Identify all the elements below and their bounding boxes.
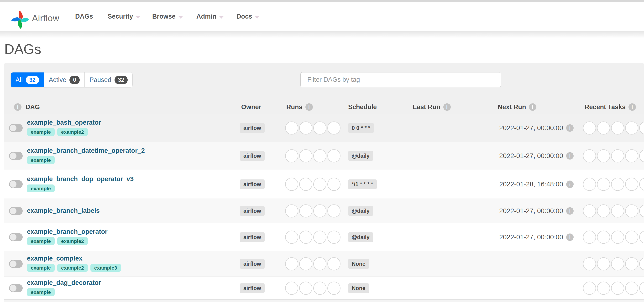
column-header-runs[interactable]: Runsi — [286, 103, 313, 111]
dag-pause-toggle[interactable] — [9, 180, 23, 188]
column-header-owner[interactable]: Owner — [241, 103, 261, 111]
run-status-circle[interactable] — [299, 149, 312, 163]
run-status-circle[interactable] — [327, 121, 340, 134]
recent-task-circle[interactable] — [639, 121, 644, 134]
run-status-circle[interactable] — [285, 231, 298, 244]
run-status-circle[interactable] — [313, 257, 326, 270]
run-status-circle[interactable] — [327, 282, 340, 295]
recent-task-circle[interactable] — [597, 257, 610, 270]
nav-item-dags[interactable]: DAGs — [75, 2, 93, 31]
recent-task-circle[interactable] — [597, 282, 610, 295]
run-status-circle[interactable] — [299, 178, 312, 191]
dag-name-link[interactable]: example_branch_labels — [27, 207, 100, 215]
run-status-circle[interactable] — [313, 205, 326, 218]
run-status-circle[interactable] — [313, 282, 326, 295]
nav-item-security[interactable]: Security — [108, 2, 141, 31]
nav-item-admin[interactable]: Admin — [196, 2, 224, 31]
run-status-circle[interactable] — [285, 121, 298, 134]
column-header-last-run[interactable]: Last Runi — [413, 103, 451, 111]
dag-pause-toggle[interactable] — [9, 207, 23, 215]
run-status-circle[interactable] — [285, 149, 298, 163]
recent-task-circle[interactable] — [583, 257, 596, 270]
run-status-circle[interactable] — [327, 149, 340, 163]
dag-pause-toggle[interactable] — [9, 124, 23, 132]
recent-task-circle[interactable] — [583, 149, 596, 163]
recent-task-circle[interactable] — [611, 257, 624, 270]
column-header-schedule[interactable]: Schedule — [348, 103, 377, 111]
recent-task-circle[interactable] — [625, 149, 638, 163]
nav-item-docs[interactable]: Docs — [236, 2, 260, 31]
recent-task-circle[interactable] — [625, 205, 638, 218]
recent-task-circle[interactable] — [625, 178, 638, 191]
recent-task-circle[interactable] — [639, 282, 644, 295]
recent-task-circle[interactable] — [639, 257, 644, 270]
recent-task-circle[interactable] — [583, 178, 596, 191]
dag-tag[interactable]: example — [27, 185, 55, 192]
run-status-circle[interactable] — [327, 178, 340, 191]
run-status-circle[interactable] — [299, 121, 312, 134]
run-status-circle[interactable] — [313, 231, 326, 244]
dag-name-link[interactable]: example_complex — [27, 255, 82, 262]
run-status-circle[interactable] — [313, 178, 326, 191]
run-status-circle[interactable] — [313, 149, 326, 163]
tab-paused[interactable]: Paused 32 — [84, 72, 132, 87]
dag-tag[interactable]: example2 — [57, 237, 88, 245]
recent-task-circle[interactable] — [611, 121, 624, 134]
dag-pause-toggle[interactable] — [9, 284, 23, 292]
dag-name-link[interactable]: example_bash_operator — [27, 119, 101, 126]
run-status-circle[interactable] — [299, 205, 312, 218]
dag-pause-toggle[interactable] — [9, 233, 23, 241]
run-status-circle[interactable] — [313, 121, 326, 134]
recent-task-circle[interactable] — [611, 231, 624, 244]
run-status-circle[interactable] — [285, 205, 298, 218]
filter-dags-by-tag-input[interactable] — [300, 72, 501, 87]
recent-task-circle[interactable] — [597, 149, 610, 163]
dag-name-link[interactable]: example_branch_dop_operator_v3 — [27, 175, 134, 183]
run-status-circle[interactable] — [299, 257, 312, 270]
recent-task-circle[interactable] — [597, 205, 610, 218]
dag-tag[interactable]: example — [27, 264, 55, 272]
dag-name-link[interactable]: example_dag_decorator — [27, 279, 101, 287]
run-status-circle[interactable] — [285, 257, 298, 270]
recent-task-circle[interactable] — [639, 149, 644, 163]
nav-item-browse[interactable]: Browse — [152, 2, 183, 31]
recent-task-circle[interactable] — [625, 121, 638, 134]
airflow-logo[interactable]: Airflow — [10, 6, 60, 30]
column-header-recent-tasks[interactable]: Recent Tasksi — [584, 103, 636, 111]
recent-task-circle[interactable] — [639, 178, 644, 191]
dag-tag[interactable]: example2 — [57, 264, 88, 272]
tab-active[interactable]: Active 0 — [44, 72, 84, 87]
dag-tag[interactable]: example3 — [90, 264, 121, 272]
dag-name-link[interactable]: example_branch_datetime_operator_2 — [27, 147, 145, 154]
recent-task-circle[interactable] — [625, 257, 638, 270]
column-header-dag[interactable]: DAG — [26, 103, 40, 111]
run-status-circle[interactable] — [285, 282, 298, 295]
tab-all[interactable]: All 32 — [11, 72, 44, 87]
run-status-circle[interactable] — [299, 231, 312, 244]
recent-task-circle[interactable] — [597, 231, 610, 244]
dag-tag[interactable]: example — [27, 156, 55, 164]
run-status-circle[interactable] — [285, 178, 298, 191]
dag-tag[interactable]: example — [27, 128, 55, 136]
recent-task-circle[interactable] — [583, 231, 596, 244]
recent-task-circle[interactable] — [639, 231, 644, 244]
run-status-circle[interactable] — [299, 282, 312, 295]
run-status-circle[interactable] — [327, 257, 340, 270]
dag-tag[interactable]: example — [27, 288, 55, 296]
recent-task-circle[interactable] — [639, 205, 644, 218]
recent-task-circle[interactable] — [611, 178, 624, 191]
run-status-circle[interactable] — [327, 231, 340, 244]
recent-task-circle[interactable] — [611, 205, 624, 218]
recent-task-circle[interactable] — [583, 282, 596, 295]
recent-task-circle[interactable] — [625, 231, 638, 244]
run-status-circle[interactable] — [327, 205, 340, 218]
dag-pause-toggle[interactable] — [9, 152, 23, 160]
recent-task-circle[interactable] — [597, 121, 610, 134]
dag-name-link[interactable]: example_branch_operator — [27, 228, 108, 236]
dag-tag[interactable]: example2 — [57, 128, 88, 136]
recent-task-circle[interactable] — [597, 178, 610, 191]
dag-tag[interactable]: example — [27, 237, 55, 245]
recent-task-circle[interactable] — [583, 205, 596, 218]
recent-task-circle[interactable] — [583, 121, 596, 134]
column-header-next-run[interactable]: Next Runi — [498, 103, 536, 111]
